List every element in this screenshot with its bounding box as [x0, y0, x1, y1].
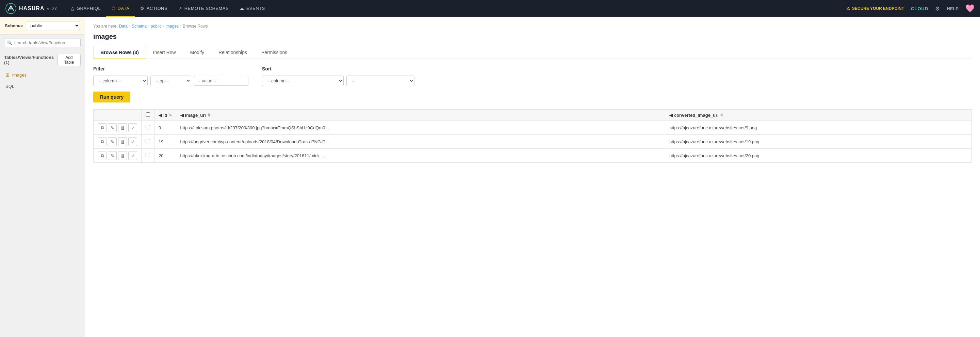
- topnav: HASURA v1.3.0 △ GRAPHIQL ⬡ DATA ⚙ ACTION…: [0, 0, 980, 17]
- sidebar-item-images[interactable]: ⊞ images: [0, 70, 85, 79]
- filter-sort-row: Filter -- column -- -- op -- Sort -- col…: [93, 66, 972, 86]
- row-checkbox[interactable]: [146, 153, 150, 157]
- heart-icon[interactable]: 🩷: [966, 4, 975, 13]
- page-title: images: [93, 33, 972, 40]
- row-converted-uri-cell: https://ajcazurefunc.azurewebsites.net/9…: [665, 121, 972, 135]
- tab-browse-rows-label: Browse Rows (3): [100, 50, 139, 55]
- graphiql-icon: △: [71, 6, 75, 11]
- breadcrumb-data[interactable]: Data: [119, 24, 127, 29]
- warning-icon: ⚠: [846, 6, 850, 11]
- table-row: ⧉ ✎ 🗑 ⤢ 20 https://akm-img-a-in.tosshub.…: [94, 149, 972, 163]
- table-grid-icon: ⊞: [5, 72, 10, 78]
- tables-header-label: Tables/Views/Functions (1): [4, 55, 57, 65]
- th-id-label: id: [163, 113, 167, 118]
- copy-row-button[interactable]: ⧉: [98, 123, 107, 132]
- copy-row-button[interactable]: ⧉: [98, 137, 107, 146]
- row-checkbox-cell: [142, 149, 154, 163]
- breadcrumb-public[interactable]: public: [151, 24, 161, 29]
- tab-permissions-label: Permissions: [261, 50, 287, 55]
- help-button[interactable]: HELP: [947, 6, 959, 11]
- row-checkbox-cell: [142, 121, 154, 135]
- breadcrumb-schema[interactable]: Schema: [132, 24, 147, 29]
- filter-label: Filter: [93, 66, 248, 72]
- th-image-uri-label: image_uri: [185, 113, 206, 118]
- add-table-button[interactable]: Add Table: [57, 54, 81, 66]
- version-label: v1.3.0: [47, 7, 57, 11]
- tables-header: Tables/Views/Functions (1) Add Table: [0, 51, 85, 69]
- nav-data-label: DATA: [118, 6, 130, 11]
- svg-point-1: [10, 8, 12, 10]
- row-id-cell: 20: [154, 149, 176, 163]
- schema-section: Schema: public: [0, 17, 85, 35]
- nav-events[interactable]: ☁ EVENTS: [234, 0, 270, 17]
- search-section: 🔍: [0, 35, 85, 51]
- expand-row-button[interactable]: ⤢: [128, 137, 137, 146]
- tab-browse-rows[interactable]: Browse Rows (3): [93, 46, 146, 59]
- secure-endpoint-label: SECURE YOUR ENDPOINT: [852, 6, 904, 11]
- cloud-link[interactable]: CLOUD: [911, 6, 928, 11]
- filter-op-select[interactable]: -- op --: [150, 76, 191, 86]
- select-all-checkbox[interactable]: [146, 112, 150, 117]
- sort-label: Sort: [262, 66, 414, 72]
- th-image-uri-sort-icon: ◀: [180, 113, 184, 118]
- row-checkbox[interactable]: [146, 139, 150, 143]
- schema-select[interactable]: public: [26, 21, 80, 30]
- breadcrumb-images[interactable]: images: [165, 24, 179, 29]
- nav-data[interactable]: ⬡ DATA: [106, 0, 135, 17]
- nav-remote-schemas[interactable]: ↗ REMOTE SCHEMAS: [173, 0, 234, 17]
- row-actions-cell: ⧉ ✎ 🗑 ⤢: [94, 121, 142, 135]
- sort-controls: -- column -- --: [262, 76, 414, 86]
- table-row: ⧉ ✎ 🗑 ⤢ 19 https://pngriver.com/wp-conte…: [94, 135, 972, 149]
- sort-column-select[interactable]: -- column --: [262, 76, 344, 86]
- row-id-cell: 19: [154, 135, 176, 149]
- tab-permissions[interactable]: Permissions: [254, 46, 294, 59]
- sql-label: SQL: [5, 84, 14, 89]
- expand-row-button[interactable]: ⤢: [128, 151, 137, 160]
- row-checkbox[interactable]: [146, 125, 150, 129]
- sidebar-item-sql[interactable]: SQL: [0, 81, 85, 92]
- tab-relationships[interactable]: Relationships: [211, 46, 254, 59]
- th-converted-sort-icon: ◀: [669, 113, 673, 118]
- run-query-button[interactable]: Run query: [93, 92, 130, 102]
- schema-label: Schema:: [5, 23, 23, 28]
- th-checkbox: [142, 110, 154, 121]
- th-actions: [94, 110, 142, 121]
- settings-icon[interactable]: ⚙: [935, 5, 940, 12]
- nav-graphiql[interactable]: △ GRAPHIQL: [65, 0, 106, 17]
- breadcrumb-prefix: You are here:: [93, 24, 118, 29]
- tab-modify-label: Modify: [190, 50, 204, 55]
- breadcrumb: You are here: Data › Schema › public › i…: [93, 24, 972, 29]
- events-icon: ☁: [240, 6, 244, 11]
- tab-modify[interactable]: Modify: [183, 46, 211, 59]
- row-image-uri-cell: https://akm-img-a-in.tosshub.com/indiato…: [176, 149, 665, 163]
- tab-relationships-label: Relationships: [218, 50, 247, 55]
- table-header-row: ◀ id ⇅ ◀ image_uri ⇅: [94, 110, 972, 121]
- main-content: You are here: Data › Schema › public › i…: [85, 17, 980, 337]
- row-checkbox-cell: [142, 135, 154, 149]
- delete-row-button[interactable]: 🗑: [118, 137, 127, 146]
- id-sort-arrows-icon[interactable]: ⇅: [169, 113, 172, 118]
- actions-icon: ⚙: [140, 6, 145, 11]
- edit-row-button[interactable]: ✎: [108, 137, 117, 146]
- sort-block: Sort -- column -- --: [262, 66, 414, 86]
- sidebar-table-name: images: [12, 73, 27, 78]
- nav-events-label: EVENTS: [247, 6, 265, 11]
- edit-row-button[interactable]: ✎: [108, 123, 117, 132]
- search-input[interactable]: [14, 40, 78, 45]
- filter-value-input[interactable]: [194, 76, 248, 86]
- filter-column-select[interactable]: -- column --: [93, 76, 148, 86]
- expand-row-button[interactable]: ⤢: [128, 123, 137, 132]
- tab-insert-row[interactable]: Insert Row: [146, 46, 183, 59]
- converted-sort-arrows-icon[interactable]: ⇅: [720, 113, 723, 118]
- nav-actions[interactable]: ⚙ ACTIONS: [135, 0, 173, 17]
- row-actions-cell: ⧉ ✎ 🗑 ⤢: [94, 135, 142, 149]
- sort-direction-select[interactable]: --: [347, 76, 414, 86]
- nav-graphiql-label: GRAPHIQL: [76, 6, 101, 11]
- delete-row-button[interactable]: 🗑: [118, 123, 127, 132]
- delete-row-button[interactable]: 🗑: [118, 151, 127, 160]
- search-input-wrap: 🔍: [4, 38, 81, 47]
- edit-row-button[interactable]: ✎: [108, 151, 117, 160]
- secure-endpoint-button[interactable]: ⚠ SECURE YOUR ENDPOINT: [846, 6, 904, 11]
- image-uri-sort-arrows-icon[interactable]: ⇅: [207, 113, 210, 118]
- copy-row-button[interactable]: ⧉: [98, 151, 107, 160]
